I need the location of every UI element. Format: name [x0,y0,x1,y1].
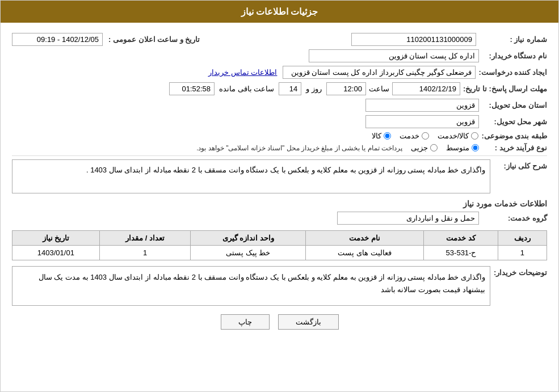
process-radio-group: متوسط جزیی [411,144,479,152]
process-label-jozii: جزیی [411,144,428,152]
page-header: جزئیات اطلاعات نیاز [1,1,558,23]
process-option-jozii: جزیی [411,144,438,152]
services-table: ردیف کد خدمت نام خدمت واحد اندازه گیری ت… [12,230,547,260]
buyer-notes-text: واگذاری خط مبادله پستی روزانه از قزوین ب… [12,266,490,306]
page-title: جزئیات اطلاعات نیاز [241,7,318,16]
cell-unit: خط پیک پستی [191,246,306,260]
deadline-days-label: روز و [306,85,322,93]
delivery-city-label: شهر محل تحویل: [479,117,547,126]
col-row: ردیف [498,231,547,246]
description-text: واگذاری خط مبادله پستی روزانه از قزوین ب… [12,159,490,193]
category-label-khedmat: خدمت [400,132,419,140]
divider-1 [12,155,547,156]
print-button[interactable]: چاپ [221,314,270,330]
row-top: شماره نیاز : 1102001131000009 تاریخ و سا… [12,33,547,46]
buyer-notes-section: توضیحات خریدار: واگذاری خط مبادله پستی ر… [12,266,547,306]
category-label-kala: کالا [372,132,381,140]
delivery-province-label: استان محل تحویل: [479,101,547,109]
delivery-province-row: استان محل تحویل: قزوین [12,99,547,112]
category-radio-kala[interactable] [384,132,391,140]
process-label-motavasset: متوسط [446,144,469,152]
delivery-province-value: قزوین [365,99,479,112]
table-row: 1 ح-531-53 فعالیت های پست خط پیک پستی 1 … [12,246,547,260]
announcement-group: تاریخ و ساعت اعلان عمومی : 1402/12/05 - … [12,33,200,46]
col-unit: واحد اندازه گیری [191,231,306,246]
deadline-time: 12:00 [326,82,366,95]
need-number-value: 1102001131000009 [351,33,476,46]
process-option-motavasset: متوسط [446,144,479,152]
process-radio-jozii[interactable] [430,144,438,151]
delivery-city-value: قزوین [365,115,479,128]
col-quantity: تعداد / مقدار [99,231,191,246]
requester-row: ایجاد کننده درخواست: فرضعلی کوگیر چگینی … [12,66,547,79]
need-number-label: شماره نیاز : [479,35,547,44]
buyer-notes-label: توضیحات خریدار: [490,266,547,277]
content-area: شماره نیاز : 1102001131000009 تاریخ و سا… [1,23,558,344]
org-name-value: اداره کل پست استان قزوین [309,49,479,62]
cell-code: ح-531-53 [424,246,498,260]
col-date: تاریخ نیاز [12,231,100,246]
org-name-row: نام دستگاه خریدار: اداره کل پست استان قز… [12,49,547,62]
service-group-label: گروه خدمت: [479,214,547,222]
process-radio-motavasset[interactable] [472,144,479,151]
process-label: نوع فرآیند خرید : [479,144,547,152]
need-number-group: شماره نیاز : 1102001131000009 [351,33,547,46]
category-row: طبقه بندی موضوعی: کالا/خدمت خدمت کالا [12,132,547,140]
org-name-label: نام دستگاه خریدار: [479,52,547,60]
services-table-section: ردیف کد خدمت نام خدمت واحد اندازه گیری ت… [12,230,547,260]
deadline-remaining-label: ساعت باقی مانده [219,85,274,93]
deadline-date: 1402/12/19 [392,82,460,95]
category-radio-khedmat[interactable] [422,132,429,140]
table-header-row: ردیف کد خدمت نام خدمت واحد اندازه گیری ت… [12,231,547,246]
delivery-city-row: شهر محل تحویل: قزوین [12,115,547,128]
requester-label: ایجاد کننده درخواست: [476,68,547,77]
description-label: شرح کلی نیاز: [490,159,547,170]
category-label: طبقه بندی موضوعی: [478,132,547,140]
deadline-days: 14 [279,82,301,95]
cell-name: فعالیت های پست [305,246,423,260]
deadline-time-label: ساعت [369,85,389,93]
service-group-value: حمل و نقل و انبارداری [337,212,479,225]
col-code: کد خدمت [424,231,498,246]
service-info-title: اطلاعات خدمات مورد نیاز [12,199,547,208]
announcement-date: 1402/12/05 - 09:19 [12,33,103,46]
process-row: نوع فرآیند خرید : متوسط جزیی پرداخت تمام… [12,144,547,152]
requester-link[interactable]: اطلاعات تماس خریدار [208,68,277,77]
col-name: نام خدمت [305,231,423,246]
deadline-label: مهلت ارسال پاسخ: تا تاریخ: [460,85,547,93]
page-wrapper: جزئیات اطلاعات نیاز شماره نیاز : 1102001… [0,0,559,392]
category-radio-kala-khedmat[interactable] [471,132,478,140]
requester-value: فرضعلی کوگیر چگینی کاربرداز اداره کل پست… [283,66,476,79]
deadline-row: مهلت ارسال پاسخ: تا تاریخ: 1402/12/19 سا… [12,82,547,95]
category-option-kala: کالا [372,132,391,140]
description-section: شرح کلی نیاز: واگذاری خط مبادله پستی روز… [12,159,547,193]
category-radio-group: کالا/خدمت خدمت کالا [372,132,479,140]
cell-row: 1 [498,246,547,260]
buttons-row: بازگشت چاپ [12,314,547,330]
category-option-khedmat: خدمت [400,132,429,140]
process-note: پرداخت تمام یا بخشی از مبلغ خریداز محل "… [196,144,402,152]
category-option-kala-khedmat: کالا/خدمت [438,132,479,140]
cell-quantity: 1 [99,246,191,260]
back-button[interactable]: بازگشت [278,314,339,330]
category-label-kala-khedmat: کالا/خدمت [438,132,469,140]
announcement-label: تاریخ و ساعت اعلان عمومی : [106,35,200,44]
deadline-remaining: 01:52:58 [169,82,215,95]
cell-date: 1403/01/01 [12,246,100,260]
service-group-row: گروه خدمت: حمل و نقل و انبارداری [12,212,547,225]
